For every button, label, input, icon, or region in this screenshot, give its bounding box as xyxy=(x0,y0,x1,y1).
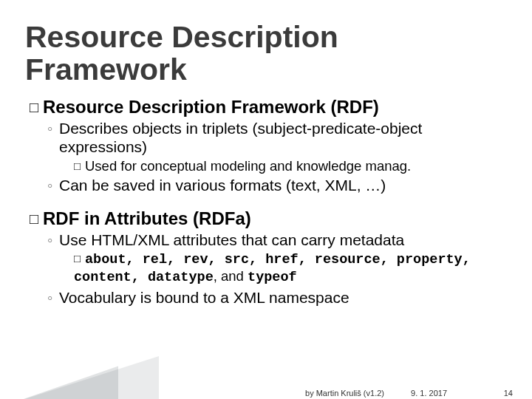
decorative-triangle-icon xyxy=(0,366,118,399)
slide-title: Resource Description Framework xyxy=(25,21,507,86)
bullet-item: ◦ Can be saved in various formats (text,… xyxy=(47,176,507,195)
bullet-item: ◦ Describes objects in triplets (subject… xyxy=(47,119,507,157)
bullet-text: Describes objects in triplets (subject-p… xyxy=(59,119,507,157)
circle-bullet-icon: ◦ xyxy=(47,231,59,250)
sub-bullet-text: about, rel, rev, src, href, resource, pr… xyxy=(74,250,471,284)
footer-page-number: 14 xyxy=(504,389,513,398)
circle-bullet-icon: ◦ xyxy=(47,176,59,195)
heading-text: Resource Description Framework (RDF) xyxy=(43,97,379,117)
bullet-item: ◦ Use HTML/XML attributes that can carry… xyxy=(47,231,507,250)
square-bullet-icon: □ xyxy=(74,252,85,265)
code-attribute-typeof: typeof xyxy=(248,270,297,285)
heading-text: RDF in Attributes (RDFa) xyxy=(43,208,251,228)
square-bullet-icon: □ xyxy=(30,211,43,228)
bullet-item: ◦ Vocabulary is bound to a XML namespace xyxy=(47,288,507,307)
section-heading-rdf: □Resource Description Framework (RDF) xyxy=(30,97,507,117)
square-bullet-icon: □ xyxy=(74,160,85,173)
sub-bullet-text: Used for conceptual modeling and knowled… xyxy=(85,158,411,174)
square-bullet-icon: □ xyxy=(30,99,43,116)
bullet-text: Can be saved in various formats (text, X… xyxy=(59,176,507,195)
sub-bullet-item: □Used for conceptual modeling and knowle… xyxy=(74,158,507,174)
slide: Resource Description Framework □Resource… xyxy=(0,0,532,399)
bullet-text: Use HTML/XML attributes that can carry m… xyxy=(59,231,507,250)
section-heading-rdfa: □RDF in Attributes (RDFa) xyxy=(30,208,507,229)
bullet-text: Vocabulary is bound to a XML namespace xyxy=(59,288,507,307)
footer-byline: by Martin Kruliš (v1.2) xyxy=(305,389,384,398)
footer-date: 9. 1. 2017 xyxy=(411,389,447,398)
sub-bullet-item: □about, rel, rev, src, href, resource, p… xyxy=(74,250,507,286)
circle-bullet-icon: ◦ xyxy=(47,288,59,307)
circle-bullet-icon: ◦ xyxy=(47,119,59,138)
slide-body: □Resource Description Framework (RDF) ◦ … xyxy=(30,97,507,307)
